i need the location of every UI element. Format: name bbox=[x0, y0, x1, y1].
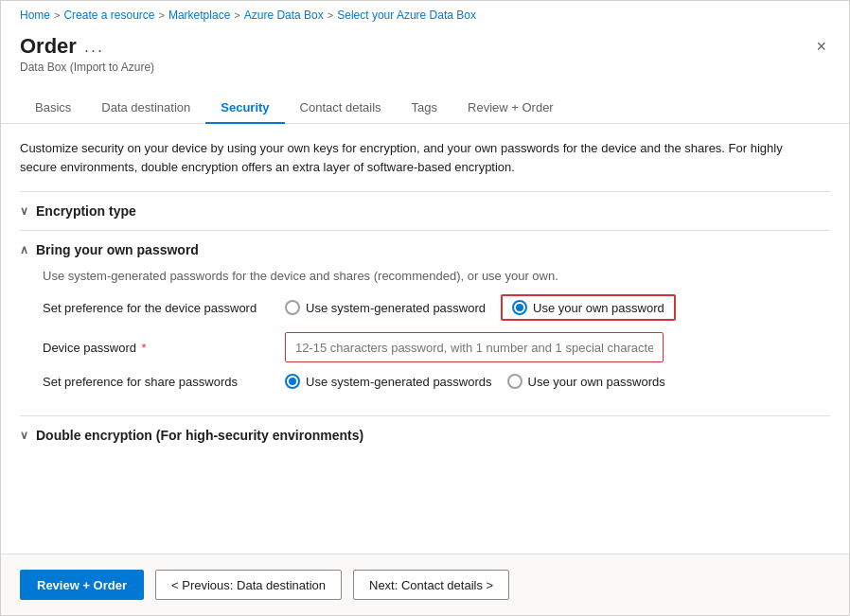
radio-system-generated-share-circle bbox=[285, 374, 300, 389]
tab-tags[interactable]: Tags bbox=[397, 93, 452, 124]
previous-button[interactable]: < Previous: Data destination bbox=[155, 570, 342, 600]
page-footer: Review + Order < Previous: Data destinat… bbox=[1, 554, 849, 615]
tab-bar: Basics Data destination Security Contact… bbox=[1, 81, 849, 124]
double-encryption-chevron: ∨ bbox=[20, 429, 28, 442]
encryption-type-chevron: ∨ bbox=[20, 204, 28, 218]
page-title: Order bbox=[20, 34, 77, 59]
tab-review-order[interactable]: Review + Order bbox=[452, 93, 569, 124]
share-password-preference-row: Set preference for share passwords Use s… bbox=[43, 374, 830, 389]
breadcrumb-azure-data-box[interactable]: Azure Data Box bbox=[244, 9, 324, 22]
tab-basics[interactable]: Basics bbox=[20, 93, 86, 124]
next-button[interactable]: Next: Contact details > bbox=[353, 570, 509, 600]
device-password-radio-group: Use system-generated password Use your o… bbox=[285, 294, 676, 321]
radio-own-passwords-share-label: Use your own passwords bbox=[528, 375, 665, 389]
bring-own-password-chevron: ∧ bbox=[20, 243, 28, 256]
bring-own-password-content: Use system-generated passwords for the d… bbox=[20, 269, 830, 415]
share-password-preference-label: Set preference for share passwords bbox=[43, 375, 270, 389]
radio-system-generated-device[interactable]: Use system-generated password bbox=[285, 300, 486, 315]
radio-own-password-device-circle bbox=[512, 300, 527, 315]
header-title-row: Order ... bbox=[20, 34, 154, 59]
breadcrumb: Home > Create a resource > Marketplace >… bbox=[1, 1, 849, 26]
radio-own-passwords-share-circle bbox=[507, 374, 522, 389]
tab-data-destination[interactable]: Data destination bbox=[86, 93, 205, 124]
page-header: Order ... Data Box (Import to Azure) × bbox=[1, 26, 849, 74]
required-marker: * bbox=[138, 341, 147, 355]
radio-system-generated-device-label: Use system-generated password bbox=[306, 301, 486, 315]
breadcrumb-create-resource[interactable]: Create a resource bbox=[63, 9, 154, 22]
breadcrumb-home[interactable]: Home bbox=[20, 9, 50, 22]
device-password-input-row: Device password * bbox=[43, 332, 830, 362]
bring-own-password-header[interactable]: ∧ Bring your own password bbox=[20, 231, 830, 269]
page-subtitle: Data Box (Import to Azure) bbox=[20, 61, 154, 74]
tab-security[interactable]: Security bbox=[205, 93, 284, 124]
bring-own-password-label: Bring your own password bbox=[36, 242, 199, 257]
breadcrumb-select-data-box[interactable]: Select your Azure Data Box bbox=[337, 9, 476, 22]
radio-system-generated-device-circle bbox=[285, 300, 300, 315]
review-order-button[interactable]: Review + Order bbox=[20, 570, 144, 600]
device-password-preference-row: Set preference for the device password U… bbox=[43, 294, 830, 321]
header-left: Order ... Data Box (Import to Azure) bbox=[20, 34, 154, 74]
double-encryption-label: Double encryption (For high-security env… bbox=[36, 428, 363, 443]
bring-own-password-section: ∧ Bring your own password Use system-gen… bbox=[20, 230, 830, 415]
radio-own-password-device-label: Use your own password bbox=[533, 301, 664, 315]
device-password-input-label: Device password * bbox=[43, 341, 270, 355]
close-button[interactable]: × bbox=[812, 34, 830, 59]
tab-contact-details[interactable]: Contact details bbox=[285, 93, 397, 124]
share-password-radio-group: Use system-generated passwords Use your … bbox=[285, 374, 665, 389]
double-encryption-header[interactable]: ∨ Double encryption (For high-security e… bbox=[20, 416, 830, 454]
encryption-type-label: Encryption type bbox=[36, 203, 136, 219]
page-description: Customize security on your device by usi… bbox=[20, 139, 796, 176]
double-encryption-section: ∨ Double encryption (For high-security e… bbox=[20, 415, 830, 454]
encryption-type-section: ∨ Encryption type bbox=[20, 191, 830, 230]
radio-own-passwords-share[interactable]: Use your own passwords bbox=[507, 374, 665, 389]
main-window: Home > Create a resource > Marketplace >… bbox=[0, 0, 850, 616]
device-password-input[interactable] bbox=[285, 332, 664, 362]
device-password-preference-label: Set preference for the device password bbox=[43, 301, 270, 315]
radio-system-generated-share[interactable]: Use system-generated passwords bbox=[285, 374, 492, 389]
bring-own-password-desc: Use system-generated passwords for the d… bbox=[43, 269, 830, 283]
more-options-button[interactable]: ... bbox=[84, 37, 104, 57]
page-content: Customize security on your device by usi… bbox=[1, 124, 849, 554]
encryption-type-header[interactable]: ∨ Encryption type bbox=[20, 192, 830, 230]
breadcrumb-marketplace[interactable]: Marketplace bbox=[168, 9, 230, 22]
radio-own-password-device[interactable]: Use your own password bbox=[501, 294, 676, 321]
radio-system-generated-share-label: Use system-generated passwords bbox=[306, 375, 492, 389]
